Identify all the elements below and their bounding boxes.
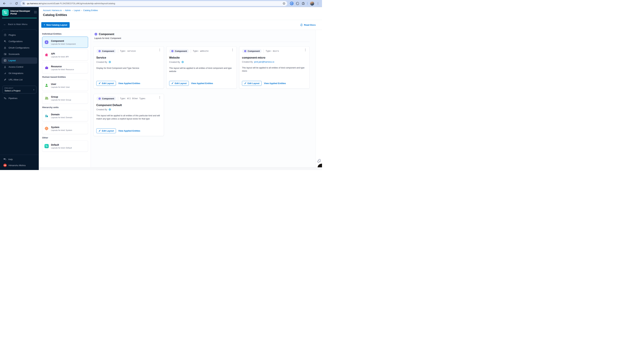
sidebar-footer: ? Help HM Himanshu Mishra	[0, 155, 39, 170]
kind-badge: Component	[96, 49, 116, 53]
sidebar-item-url-allow-list[interactable]: URL Allow List	[0, 76, 39, 83]
back-to-main-menu[interactable]: ← Back to Main Menu	[0, 18, 39, 27]
browser-profile-avatar[interactable]	[310, 1, 314, 6]
edit-layout-button[interactable]: Edit Layout	[169, 81, 189, 86]
entity-subtitle: Layouts for kind: API	[51, 56, 69, 58]
bottom-strip	[39, 167, 322, 170]
url-text[interactable]: qa.harness.io/ng/account/zEaak-FLS425IEO…	[27, 2, 282, 5]
scorecard-icon	[4, 53, 6, 56]
sidebar-item-access-control[interactable]: Access Control	[0, 64, 39, 70]
entity-title: Group	[51, 96, 71, 98]
kind-title: Component	[99, 32, 114, 36]
entity-card-user[interactable]: UserLayouts for kind: User	[42, 80, 88, 91]
type-value: service	[127, 50, 136, 52]
breadcrumb-admin[interactable]: Admin	[65, 9, 71, 12]
chat-bubbles-icon	[317, 158, 321, 163]
chip-icon	[244, 50, 246, 52]
sidebar-item-label: Layout	[8, 59, 16, 62]
entity-card-api[interactable]: APILayouts for kind: API	[42, 49, 88, 60]
project-selector[interactable]: PROJECT Select a Project ›	[2, 86, 36, 94]
sidebar-item-layout[interactable]: Layout	[2, 58, 37, 64]
brand-header: Internal Developer Portal	[0, 7, 39, 18]
sidebar-item-configurations[interactable]: Configurations	[0, 38, 39, 45]
edit-layout-label: Edit Layout	[248, 82, 260, 84]
card-menu-icon[interactable]: ⋮	[230, 48, 234, 52]
toolbar-divider	[307, 2, 308, 5]
layout-title: Website	[169, 56, 234, 59]
edit-layout-button[interactable]: Edit Layout	[242, 81, 262, 86]
browser-forward-button[interactable]	[8, 1, 13, 6]
view-applied-entities-link[interactable]: View Applied Entities	[118, 130, 140, 132]
new-catalog-layout-label: New Catalog Layout	[46, 24, 67, 26]
new-catalog-layout-button[interactable]: + New Catalog Layout	[41, 22, 70, 28]
svg-text:?: ?	[4, 158, 5, 160]
type-label: Type:	[266, 50, 272, 52]
view-applied-entities-link[interactable]: View Applied Entities	[264, 82, 286, 84]
main-content: Account: Harness.io › Admin › Layout › C…	[39, 7, 322, 170]
extensions-puzzle-icon[interactable]	[302, 2, 305, 5]
page-title: Catalog Entities	[43, 13, 318, 17]
group-icon	[44, 96, 49, 100]
breadcrumb-account[interactable]: Account: Harness.io	[43, 9, 62, 12]
sidebar-item-label: Plugins	[8, 34, 16, 36]
briefcase-icon	[44, 66, 49, 70]
browser-menu-icon[interactable]: ⋮	[317, 2, 319, 5]
entity-card-domain[interactable]: DomainLayouts for kind: Domain	[42, 110, 88, 121]
entity-card-component[interactable]: ComponentLayouts for kind: Component	[42, 36, 88, 48]
layout-description: Display for Kind Component and Type Serv…	[96, 66, 161, 70]
app-grid-icon[interactable]	[34, 10, 37, 14]
edit-layout-button[interactable]: Edit Layout	[96, 81, 116, 86]
chat-help-widget[interactable]	[317, 158, 321, 163]
sidebar-item-label: OAuth Configurations	[8, 46, 29, 49]
created-by-label: Created By	[169, 61, 180, 63]
browser-toolbar: qa.harness.io/ng/account/zEaak-FLS425IEO…	[0, 0, 322, 7]
sidebar-item-scorecards[interactable]: Scorecards	[0, 51, 39, 58]
help-label: Help	[8, 158, 13, 160]
site-settings-icon[interactable]	[22, 2, 26, 6]
entity-subtitle: Layouts for kind: Default	[51, 147, 72, 149]
layout-card-website: ⋮ Component Type:website Website Created…	[166, 46, 237, 88]
type-info: Type:website	[191, 49, 208, 53]
left-arrow-icon: ←	[3, 23, 6, 26]
card-menu-icon[interactable]: ⋮	[303, 48, 308, 52]
view-applied-entities-link[interactable]: View Applied Entities	[118, 82, 140, 84]
type-info: Type:service	[118, 49, 136, 53]
sidebar-item-git-integrations[interactable]: Git Integrations	[0, 70, 39, 76]
breadcrumb-catalog-entities[interactable]: Catalog Entities	[83, 9, 98, 12]
card-menu-icon[interactable]: ⋮	[158, 96, 162, 99]
sidebar-item-oauth-configurations[interactable]: OAuth Configurations	[0, 45, 39, 51]
created-by-label: Created By	[96, 108, 107, 111]
type-label: Type:	[120, 50, 126, 52]
creator-email-link[interactable]: jenil.jain@harness.io	[254, 60, 274, 63]
entity-card-default[interactable]: DefaultLayouts for kind: Default	[42, 140, 88, 152]
browser-reload-button[interactable]	[14, 1, 19, 6]
sidebar-item-pipelines[interactable]: Pipelines	[0, 95, 39, 102]
entity-card-group[interactable]: GroupLayouts for kind: Group	[42, 92, 88, 104]
sidebar-item-plugins[interactable]: Plugins	[0, 32, 39, 38]
browser-back-button[interactable]	[2, 1, 7, 6]
edit-layout-label: Edit Layout	[102, 130, 114, 132]
edit-layout-button[interactable]: Edit Layout	[96, 128, 116, 133]
address-bar[interactable]: qa.harness.io/ng/account/zEaak-FLS425IEO…	[21, 1, 287, 6]
kind-divider	[94, 42, 310, 42]
type-value: micro	[273, 50, 279, 52]
type-info: Type:All Other Types	[118, 97, 145, 100]
creator-avatar-icon	[181, 60, 184, 64]
bookmark-star-icon[interactable]	[282, 2, 286, 5]
onepassword-extension-icon[interactable]	[290, 2, 294, 5]
sidebar-item-label: Access Control	[8, 66, 23, 68]
breadcrumb-layout[interactable]: Layout	[74, 9, 80, 12]
read-docs-link[interactable]: Read Docs	[300, 24, 316, 26]
entity-card-system[interactable]: SystemLayouts for kind: System	[42, 123, 88, 134]
layout-card-component-default: ⋮ Component Type:All Other Types Compone…	[94, 94, 164, 136]
right-rail	[316, 30, 322, 167]
loading-extension-icon[interactable]	[296, 2, 299, 5]
layouts-area: Component Layouts for kind: Component ⋮ …	[91, 30, 316, 167]
user-menu[interactable]: HM Himanshu Mishra	[0, 162, 39, 168]
menu-panel-divider	[2, 29, 37, 32]
entity-card-resource[interactable]: ResourceLayouts for kind: Resource	[42, 62, 88, 73]
card-menu-icon[interactable]: ⋮	[158, 48, 162, 52]
help-item[interactable]: ? Help	[0, 156, 39, 162]
view-applied-entities-link[interactable]: View Applied Entities	[191, 82, 213, 84]
breadcrumb: Account: Harness.io › Admin › Layout › C…	[43, 9, 318, 12]
